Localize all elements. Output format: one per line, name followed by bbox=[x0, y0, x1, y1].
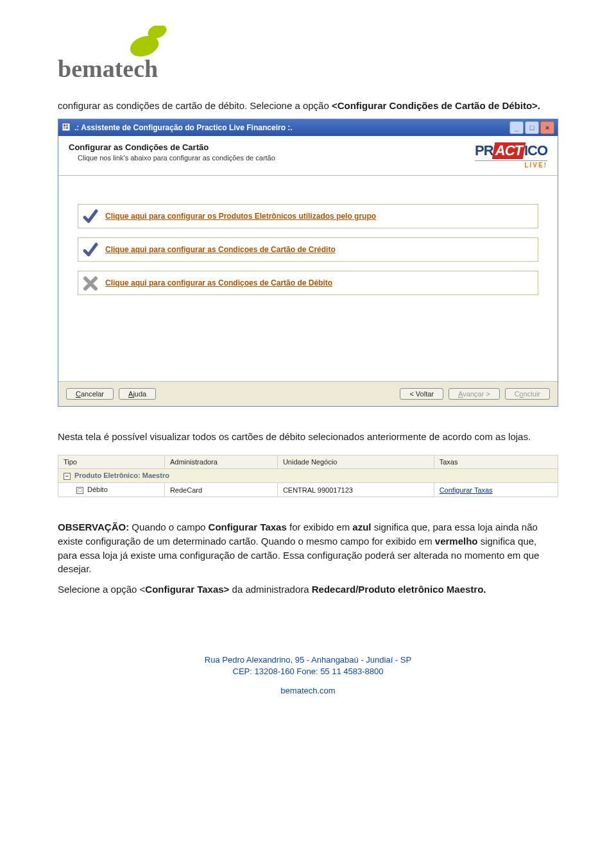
wizard-subtitle: Clique nos link's abaixo para configurar… bbox=[69, 154, 275, 162]
group-row[interactable]: −Produto Eletrônico: Maestro bbox=[58, 469, 558, 483]
svg-rect-3 bbox=[64, 124, 65, 126]
footer-cep: CEP: 13208-160 Fone: 55 11 4583-8800 bbox=[58, 666, 558, 677]
col-unidade: Unidade Negócio bbox=[277, 455, 434, 469]
cell-unidade: CENTRAL 990017123 bbox=[277, 483, 434, 497]
col-admin: Administradora bbox=[164, 455, 277, 469]
logo-text: bematech bbox=[58, 55, 158, 82]
titlebar: .: Assistente de Configuração do Practic… bbox=[58, 119, 558, 136]
mid-paragraph: Nesta tela é possível visualizar todos o… bbox=[58, 430, 558, 443]
col-taxas: Taxas bbox=[434, 455, 558, 469]
back-button[interactable]: < Voltar bbox=[400, 388, 443, 400]
svg-rect-4 bbox=[66, 124, 68, 126]
obs-block: OBSERVAÇÃO: Quando o campo Configurar Ta… bbox=[58, 520, 558, 597]
brand-logo: PRACTICO LIVE! bbox=[475, 142, 547, 169]
wizard-header: Configurar as Condições de Cartão Clique… bbox=[58, 136, 558, 176]
wizard-title: Configurar as Condições de Cartão bbox=[69, 142, 275, 152]
wizard-link-debito[interactable]: Clique aqui para configurar as Condiçoes… bbox=[78, 271, 538, 295]
cards-table: Tipo Administradora Unidade Negócio Taxa… bbox=[58, 455, 558, 497]
svg-rect-5 bbox=[64, 127, 65, 129]
intro-bold: <Configurar Condições de Cartão de Débit… bbox=[332, 100, 540, 111]
close-button[interactable]: × bbox=[540, 121, 554, 134]
configurar-taxas-link[interactable]: Configurar Taxas bbox=[440, 486, 493, 494]
finish-button: Concluir bbox=[505, 388, 550, 400]
wizard-body: Clique aqui para configurar os Produtos … bbox=[58, 176, 558, 381]
svg-rect-6 bbox=[66, 127, 68, 129]
bullet-icon: □ bbox=[76, 487, 83, 494]
wizard-link-label: Clique aqui para configurar as Condiçoes… bbox=[105, 245, 336, 254]
footer-address: Rua Pedro Alexandrino, 95 - Anhangabaú -… bbox=[58, 654, 558, 666]
wizard-link-label: Clique aqui para configurar as Condiçoes… bbox=[105, 278, 332, 287]
collapse-icon[interactable]: − bbox=[64, 473, 71, 480]
titlebar-text: .: Assistente de Configuração do Practic… bbox=[74, 123, 293, 132]
wizard-link-label: Clique aqui para configurar os Produtos … bbox=[105, 212, 376, 221]
maximize-button[interactable]: □ bbox=[525, 121, 539, 134]
app-icon bbox=[62, 123, 71, 133]
table-row: □Débito RedeCard CENTRAL 990017123 Confi… bbox=[58, 483, 558, 497]
cell-admin: RedeCard bbox=[164, 483, 277, 497]
cross-icon bbox=[82, 275, 99, 291]
wizard-window: .: Assistente de Configuração do Practic… bbox=[58, 119, 558, 407]
wizard-link-produtos[interactable]: Clique aqui para configurar os Produtos … bbox=[78, 204, 538, 228]
footer-site: bematech.com bbox=[58, 685, 558, 697]
col-tipo: Tipo bbox=[58, 455, 165, 469]
intro-text-1: configurar as condições de cartão de déb… bbox=[58, 100, 332, 111]
cell-tipo: Débito bbox=[87, 486, 108, 493]
cancel-button[interactable]: Cancelar bbox=[66, 388, 114, 400]
check-icon bbox=[82, 242, 99, 257]
page-footer: Rua Pedro Alexandrino, 95 - Anhangabaú -… bbox=[58, 654, 558, 697]
help-button[interactable]: Ajuda bbox=[119, 388, 156, 400]
intro-paragraph: configurar as condições de cartão de déb… bbox=[58, 99, 558, 112]
check-icon bbox=[82, 208, 99, 224]
wizard-footer: Cancelar Ajuda < Voltar Avançar > Conclu… bbox=[58, 381, 558, 406]
group-label: Produto Eletrônico: Maestro bbox=[74, 471, 169, 479]
minimize-button[interactable]: _ bbox=[509, 121, 524, 134]
company-logo: bematech bbox=[58, 26, 558, 83]
next-button: Avançar > bbox=[449, 388, 500, 400]
obs-label: OBSERVAÇÃO: bbox=[58, 522, 129, 532]
wizard-link-credito[interactable]: Clique aqui para configurar as Condiçoes… bbox=[78, 237, 538, 262]
